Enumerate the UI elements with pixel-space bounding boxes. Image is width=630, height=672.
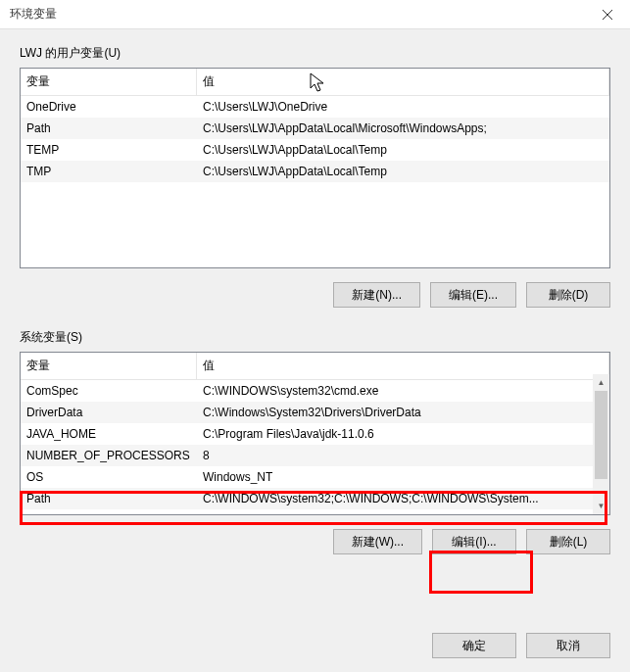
table-row[interactable]: ComSpec C:\WINDOWS\system32\cmd.exe <box>21 380 609 402</box>
col-value-header[interactable]: 值 <box>197 353 609 379</box>
table-row[interactable]: Path C:\WINDOWS\system32;C:\WINDOWS;C:\W… <box>21 488 609 509</box>
table-row[interactable]: Path C:\Users\LWJ\AppData\Local\Microsof… <box>21 118 609 139</box>
var-value: C:\WINDOWS\system32\cmd.exe <box>197 380 609 402</box>
var-value: .COM;.EXE;.BAT;.CMD;.VBS;.VBE;.JS;.JSE;.… <box>197 509 609 515</box>
scroll-down-icon[interactable]: ▼ <box>593 498 609 514</box>
table-row[interactable]: PATHEXT .COM;.EXE;.BAT;.CMD;.VBS;.VBE;.J… <box>21 509 609 515</box>
sys-button-row: 新建(W)... 编辑(I)... 删除(L) <box>20 529 610 554</box>
var-value: C:\WINDOWS\system32;C:\WINDOWS;C:\WINDOW… <box>197 488 609 509</box>
var-value: C:\Users\LWJ\AppData\Local\Microsoft\Win… <box>197 118 609 139</box>
system-vars-list[interactable]: 变量 值 ComSpec C:\WINDOWS\system32\cmd.exe… <box>20 352 610 515</box>
var-name: PATHEXT <box>21 509 197 515</box>
var-name: TMP <box>21 161 197 182</box>
var-name: TEMP <box>21 139 197 161</box>
col-name-header[interactable]: 变量 <box>21 353 197 379</box>
var-value: C:\Windows\System32\Drivers\DriverData <box>197 402 609 423</box>
var-name: ComSpec <box>21 380 197 402</box>
col-value-header[interactable]: 值 <box>197 69 609 95</box>
system-vars-label: 系统变量(S) <box>20 329 610 346</box>
system-vars-group: 系统变量(S) 变量 值 ComSpec C:\WINDOWS\system32… <box>20 329 610 554</box>
scroll-thumb[interactable] <box>595 391 607 479</box>
sys-list-header: 变量 值 <box>21 353 609 380</box>
env-vars-dialog: 环境变量 LWJ 的用户变量(U) 变量 值 OneDrive C:\Users… <box>0 0 630 672</box>
sys-scrollbar[interactable]: ▲ ▼ <box>593 374 609 514</box>
sys-edit-button[interactable]: 编辑(I)... <box>432 529 516 554</box>
var-value: Windows_NT <box>197 466 609 488</box>
scroll-up-icon[interactable]: ▲ <box>593 374 609 391</box>
var-value: 8 <box>197 445 609 466</box>
user-button-row: 新建(N)... 编辑(E)... 删除(D) <box>20 282 610 308</box>
var-name: JAVA_HOME <box>21 423 197 445</box>
table-row[interactable]: OneDrive C:\Users\LWJ\OneDrive <box>21 96 609 118</box>
var-value: C:\Program Files\Java\jdk-11.0.6 <box>197 423 609 445</box>
close-button[interactable] <box>585 0 630 29</box>
var-name: Path <box>21 118 197 139</box>
sys-new-button[interactable]: 新建(W)... <box>333 529 422 554</box>
user-list-header: 变量 值 <box>21 69 609 96</box>
var-name: OS <box>21 466 197 488</box>
var-name: NUMBER_OF_PROCESSORS <box>21 445 197 466</box>
titlebar: 环境变量 <box>0 0 630 29</box>
table-row[interactable]: TMP C:\Users\LWJ\AppData\Local\Temp <box>21 161 609 182</box>
var-name: Path <box>21 488 197 509</box>
user-vars-list[interactable]: 变量 值 OneDrive C:\Users\LWJ\OneDrive Path… <box>20 68 610 268</box>
user-edit-button[interactable]: 编辑(E)... <box>430 282 516 308</box>
col-name-header[interactable]: 变量 <box>21 69 197 95</box>
user-vars-group: LWJ 的用户变量(U) 变量 值 OneDrive C:\Users\LWJ\… <box>20 45 610 308</box>
cancel-button[interactable]: 取消 <box>526 633 610 658</box>
var-name: DriverData <box>21 402 197 423</box>
table-row[interactable]: DriverData C:\Windows\System32\Drivers\D… <box>21 402 609 423</box>
table-row[interactable]: JAVA_HOME C:\Program Files\Java\jdk-11.0… <box>21 423 609 445</box>
user-delete-button[interactable]: 删除(D) <box>526 282 610 308</box>
ok-button[interactable]: 确定 <box>432 633 516 658</box>
sys-delete-button[interactable]: 删除(L) <box>526 529 610 554</box>
user-rows: OneDrive C:\Users\LWJ\OneDrive Path C:\U… <box>21 96 609 182</box>
user-vars-label: LWJ 的用户变量(U) <box>20 45 610 62</box>
annotation-box-edit-button <box>429 551 533 594</box>
table-row[interactable]: NUMBER_OF_PROCESSORS 8 <box>21 445 609 466</box>
table-row[interactable]: OS Windows_NT <box>21 466 609 488</box>
user-new-button[interactable]: 新建(N)... <box>333 282 420 308</box>
var-value: C:\Users\LWJ\AppData\Local\Temp <box>197 161 609 182</box>
window-title: 环境变量 <box>10 6 57 23</box>
var-name: OneDrive <box>21 96 197 118</box>
dialog-button-row: 确定 取消 <box>432 633 610 658</box>
sys-rows: ComSpec C:\WINDOWS\system32\cmd.exe Driv… <box>21 380 609 515</box>
var-value: C:\Users\LWJ\OneDrive <box>197 96 609 118</box>
table-row[interactable]: TEMP C:\Users\LWJ\AppData\Local\Temp <box>21 139 609 161</box>
close-icon <box>603 10 612 20</box>
var-value: C:\Users\LWJ\AppData\Local\Temp <box>197 139 609 161</box>
